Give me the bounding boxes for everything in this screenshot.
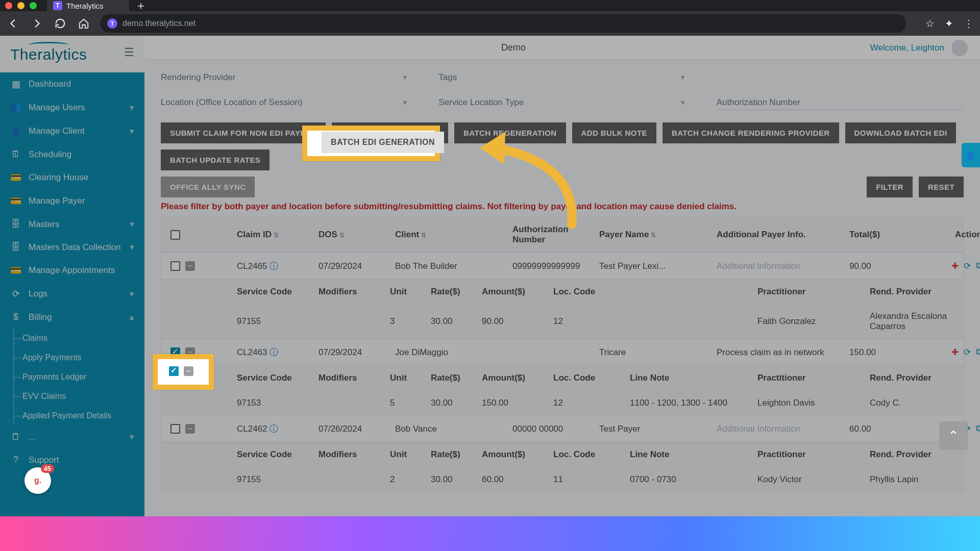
reload-button[interactable] [53,16,67,31]
chevron-down-icon: ▾ [130,432,134,442]
filter-button[interactable]: FILTER [867,177,913,197]
col-dos[interactable]: DOS⇅ [318,230,395,240]
new-tab-button[interactable]: ＋ [135,0,146,13]
collapse-icon[interactable]: − [185,424,195,434]
col-payer[interactable]: Payer Name⇅ [599,230,717,240]
reset-button[interactable]: RESET [919,177,964,197]
home-button[interactable] [77,16,91,31]
claim-dos: 07/26/2024 [318,424,395,434]
delete-icon[interactable]: ✚ [951,347,959,358]
logo: Theralytics [10,42,87,63]
filter-tags[interactable]: Tags▼ [438,72,685,85]
more-icon: 🗒 [10,432,21,442]
refresh-icon[interactable]: ⟳ [964,347,971,358]
sidebar-item-masters-data[interactable]: 🗄Masters Data Collection▾ [0,236,144,259]
chat-badge: 45 [41,464,54,473]
filter-authorization-number[interactable]: Authorization Number [717,97,964,110]
back-button[interactable] [6,16,20,31]
sidebar-sub-applied-payment-details[interactable]: Applied Payment Details [22,406,144,425]
col-claim-id[interactable]: Claim ID⇅ [237,230,318,240]
service-row: 97155 2 30.00 60.00 11 0700 - 0730 Kody … [161,467,963,492]
svc-unit: 5 [390,398,431,408]
sort-icon: ⇅ [339,232,345,239]
extensions-icon[interactable]: ✦ [945,17,953,30]
appointments-icon: 💳 [10,265,21,276]
info-icon[interactable]: ⓘ [270,424,278,434]
sidebar-item-manage-appointments[interactable]: 💳Manage Appointments [0,259,144,282]
sidebar-item-clearing-house[interactable]: 💳Clearing House [0,166,144,189]
payer-icon: 💳 [10,195,21,207]
sidebar-sub-evv-claims[interactable]: EVV Claims [22,387,144,406]
forward-button[interactable] [30,16,44,31]
svc-col-rend: Rend. Provider [870,287,980,297]
filter-location[interactable]: Location (Office Location of Session)▼ [161,97,408,110]
svc-rend-provider: Phyllis Lapin [870,474,980,485]
additional-info-text: Process claim as in network [717,347,849,358]
svc-rate: 30.00 [431,398,482,408]
collapse-icon[interactable]: − [185,261,195,271]
sidebar-item-billing[interactable]: $Billing▴ [0,306,144,329]
filter-rendering-provider[interactable]: Rendering Provider▼ [161,72,408,85]
sidebar-item-manage-users[interactable]: 👥Manage Users▾ [0,96,144,119]
address-bar[interactable]: T demo.theralytics.net [100,14,906,33]
sidebar-sub-apply-payments[interactable]: Apply Payments [22,348,144,367]
submit-claim-non-edi-button[interactable]: SUBMIT CLAIM FOR NON EDI PAYERS [161,122,326,143]
callout-checkbox-content: − [169,366,193,376]
info-icon[interactable]: ⓘ [270,347,278,357]
svc-col-line-note: Line Note [630,373,757,383]
scroll-to-top-button[interactable]: ⌃ [939,421,968,450]
sidebar-item-masters[interactable]: 🗄Masters▾ [0,213,144,236]
window-maximize[interactable] [30,2,37,9]
claim-total: 60.00 [849,424,916,434]
additional-info-input[interactable]: Additional Information [717,424,849,434]
additional-info-input[interactable]: Additional Information [717,261,849,271]
browser-tab[interactable]: T Theralytics [47,0,129,12]
sidebar-sub-claims[interactable]: Claims [22,329,144,348]
chrome-menu-icon[interactable]: ⋮ [964,17,974,30]
sidebar-item-manage-payer[interactable]: 💳Manage Payer [0,189,144,213]
sidebar-item-scheduling[interactable]: 🗓Scheduling [0,143,144,166]
service-header-row: Service Code Modifiers Unit Rate($) Amou… [161,279,963,304]
batch-change-rendering-provider-button[interactable]: BATCH CHANGE RENDERING PROVIDER [663,122,839,143]
support-widget-button[interactable]: 👤 [962,143,980,167]
col-total: Total($) [849,230,916,240]
svc-rate: 30.00 [431,316,482,327]
bookmark-icon[interactable]: ☆ [925,17,935,30]
svc-col-code: Service Code [170,449,318,460]
service-row: 97155 3 30.00 90.00 12 Faith Gonzalez Al… [161,304,963,339]
window-minimize[interactable] [17,2,24,9]
callout-claim-checkbox [169,366,179,376]
refresh-icon[interactable]: ⟳ [964,261,971,271]
chevron-down-icon: ▾ [130,289,134,299]
sidebar-sub-payments-ledger[interactable]: Payments Ledger [22,367,144,387]
copy-icon[interactable]: ⧉ [976,347,980,358]
claim-checkbox[interactable] [170,424,180,434]
chevron-up-icon: ▴ [130,312,134,322]
sidebar-item-label: Support [29,455,59,465]
window-close[interactable] [5,2,12,9]
sidebar-item-support[interactable]: ?Support [0,448,144,471]
download-batch-edi-button[interactable]: DOWNLOAD BATCH EDI [845,122,957,143]
batch-update-rates-button[interactable]: BATCH UPDATE RATES [161,149,270,170]
info-icon[interactable]: ⓘ [270,261,278,271]
claim-checkbox[interactable] [170,261,180,271]
claim-id: CL2465 [237,261,267,271]
filter-service-location-type[interactable]: Service Location Type▼ [438,97,685,110]
sidebar-item-manage-client[interactable]: 👤Manage Client▾ [0,119,144,143]
sidebar-item-logs[interactable]: ⟳Logs▾ [0,282,144,306]
sidebar-collapse-button[interactable]: ☰ [124,46,134,59]
copy-icon[interactable]: ⧉ [976,261,980,271]
delete-icon[interactable]: ✚ [951,261,959,271]
office-ally-sync-button[interactable]: OFFICE ALLY SYNC [161,177,255,197]
sidebar-item-more[interactable]: 🗒...▾ [0,425,144,448]
avatar[interactable] [951,40,968,56]
select-all-checkbox[interactable] [170,230,180,240]
chat-widget[interactable]: g.45 [24,467,51,494]
sidebar-item-label: Manage Users [29,103,85,113]
copy-icon[interactable]: ⧉ [976,423,980,434]
calendar-icon: 🗓 [10,149,21,160]
sidebar-item-label: Scheduling [29,149,71,160]
svc-col-mods: Modifiers [318,449,390,460]
svc-rend-provider: Alexandra Escalona Caparros [870,311,980,332]
sidebar-item-dashboard[interactable]: ▦Dashboard [0,72,144,96]
